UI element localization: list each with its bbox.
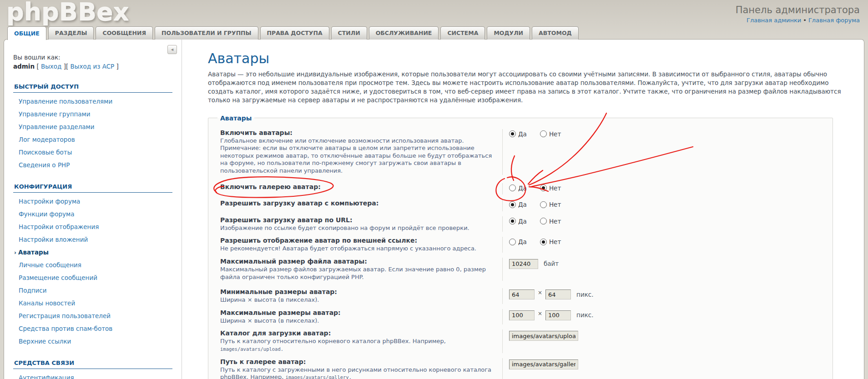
- form-row-allow-remote-link: Разрешить отображение аватар по внешней …: [220, 237, 821, 253]
- header: phpBBex Панель администратора Главная ад…: [0, 0, 868, 25]
- radio-label: Нет: [549, 218, 561, 225]
- field-label: Включить галерею аватар:: [220, 183, 494, 190]
- radio-option-yes[interactable]: Да: [509, 185, 527, 192]
- max-filesize-input[interactable]: [509, 259, 538, 269]
- admin-panel-title: Панель администратора: [736, 5, 860, 15]
- bracket: [: [36, 63, 41, 70]
- sidebar-item-manage-groups[interactable]: Управление группами: [13, 107, 172, 120]
- radio-option-no[interactable]: Нет: [540, 130, 561, 138]
- radio-option-yes[interactable]: Да: [509, 130, 527, 138]
- radio-option-yes[interactable]: Да: [509, 201, 527, 208]
- radio-label: Нет: [549, 185, 561, 192]
- radio-yes[interactable]: [509, 239, 516, 245]
- logged-in-as-label: Вы вошли как:: [13, 54, 61, 61]
- upload-path-input[interactable]: [509, 331, 578, 341]
- radio-yes[interactable]: [509, 218, 516, 224]
- admin-index-link[interactable]: Главная админки: [747, 17, 801, 24]
- min-height-input[interactable]: [545, 289, 571, 299]
- field-description: Изображение по ссылке будет скопировано …: [220, 224, 494, 232]
- field-label: Разрешить загрузку аватар по URL:: [220, 216, 494, 224]
- logout-acp-link[interactable]: Выход из ACP: [71, 63, 115, 70]
- field-description: Ширина × высота (в пикселах).: [220, 317, 494, 325]
- field-label: Минимальные размеры аватар:: [220, 288, 494, 295]
- max-height-input[interactable]: [545, 310, 571, 320]
- field-label: Разрешить отображение аватар по внешней …: [220, 237, 494, 244]
- form-row-max-dimensions: Максимальные размеры аватар: Ширина × вы…: [220, 309, 821, 325]
- form-row-gallery-path: Путь к галерее аватар: Путь к каталогу с…: [220, 358, 821, 379]
- radio-label: Да: [518, 238, 527, 245]
- tab-permissions[interactable]: ПРАВА ДОСТУПА: [260, 26, 329, 40]
- sidebar-item-post-settings[interactable]: Размещение сообщений: [13, 271, 172, 284]
- tab-automod[interactable]: АВТОМОД: [532, 26, 579, 40]
- fieldset-legend: Аватары: [217, 115, 254, 122]
- sidebar-item-php-info[interactable]: Сведения о PHP: [13, 158, 172, 171]
- logout-link[interactable]: Выход: [41, 63, 62, 70]
- form-row-min-dimensions: Минимальные размеры аватар: Ширина × выс…: [220, 288, 821, 304]
- sidebar-item-user-registration[interactable]: Регистрация пользователей: [13, 309, 172, 322]
- radio-no[interactable]: [540, 201, 547, 208]
- radio-yes[interactable]: [509, 201, 516, 208]
- radio-label: Да: [518, 201, 527, 208]
- radio-yes[interactable]: [509, 130, 516, 137]
- sidebar: ◄ Вы вошли как: admin [ Выход ][ Выход и…: [4, 40, 182, 379]
- tab-maintenance[interactable]: ОБСЛУЖИВАНИЕ: [369, 26, 439, 40]
- sidebar-item-manage-forums[interactable]: Управление разделами: [13, 120, 172, 133]
- radio-label: Да: [518, 130, 527, 138]
- radio-option-yes[interactable]: Да: [509, 218, 527, 225]
- radio-yes[interactable]: [509, 185, 516, 191]
- sidebar-item-board-settings[interactable]: Настройки форума: [13, 194, 172, 207]
- radio-no[interactable]: [540, 185, 547, 191]
- sidebar-item-manage-users[interactable]: Управление пользователями: [13, 95, 172, 107]
- radio-option-no[interactable]: Нет: [540, 238, 561, 245]
- sidebar-item-signatures[interactable]: Подписи: [13, 284, 172, 296]
- sidebar-item-moderator-log[interactable]: Лог модераторов: [13, 133, 172, 145]
- min-width-input[interactable]: [509, 289, 535, 299]
- radio-no[interactable]: [540, 239, 547, 245]
- forum-index-link[interactable]: Главная форума: [808, 17, 860, 24]
- radio-label: Нет: [549, 238, 561, 245]
- tab-styles[interactable]: СТИЛИ: [331, 26, 367, 40]
- section-title: СРЕДСТВА СВЯЗИ: [13, 359, 172, 369]
- max-width-input[interactable]: [509, 310, 535, 320]
- field-description: Путь к каталогу с загруженными в него ри…: [220, 366, 494, 379]
- radio-option-no[interactable]: Нет: [540, 218, 561, 225]
- collapse-sidebar-button[interactable]: ◄: [167, 45, 177, 54]
- gallery-path-input[interactable]: [509, 359, 578, 369]
- sidebar-item-antispam[interactable]: Средства против спам-ботов: [13, 322, 172, 334]
- bullet-separator: •: [803, 17, 807, 24]
- sidebar-item-authentication[interactable]: Аутентификация: [13, 371, 172, 379]
- radio-no[interactable]: [540, 218, 547, 224]
- sidebar-section-quick-access: БЫСТРЫЙ ДОСТУП Управление пользователями…: [13, 83, 172, 171]
- dimension-separator: ×: [538, 310, 542, 317]
- tab-forums[interactable]: РАЗДЕЛЫ: [48, 26, 94, 40]
- sidebar-item-view-settings[interactable]: Настройки отображения: [13, 220, 172, 233]
- content-area: Аватары Аватары — это небольшие индивиду…: [182, 40, 864, 379]
- section-title: КОНФИГУРАЦИЯ: [13, 183, 172, 193]
- phpbbex-logo: phpBBex: [6, 0, 129, 26]
- form-row-enable-avatars: Включить аватары: Глобальное включение и…: [220, 129, 821, 175]
- field-description: Ширина × высота (в пикселах).: [220, 296, 494, 304]
- radio-option-no[interactable]: Нет: [540, 201, 561, 208]
- tab-users-groups[interactable]: ПОЛЬЗОВАТЕЛИ И ГРУППЫ: [155, 26, 258, 40]
- radio-option-no[interactable]: Нет: [540, 185, 561, 192]
- dimension-separator: ×: [538, 289, 542, 296]
- form-row-allow-remote-upload: Разрешить загрузку аватар по URL: Изобра…: [220, 216, 821, 232]
- tab-general[interactable]: ОБЩИЕ: [7, 26, 46, 40]
- field-label: Включить аватары:: [220, 129, 494, 136]
- main-tab-bar: ОБЩИЕРАЗДЕЛЫСООБЩЕНИЯПОЛЬЗОВАТЕЛИ И ГРУП…: [7, 26, 580, 39]
- radio-no[interactable]: [540, 130, 547, 137]
- tab-system[interactable]: СИСТЕМА: [440, 26, 485, 40]
- sidebar-item-avatars[interactable]: ›Аватары: [13, 245, 172, 258]
- form-row-allow-upload: Разрешить загрузку аватар с компьютера: …: [220, 199, 821, 211]
- tab-modules[interactable]: МОДУЛИ: [487, 26, 530, 40]
- field-label: Разрешить загрузку аватар с компьютера:: [220, 199, 494, 207]
- sidebar-item-header-links[interactable]: Верхние ссылки: [13, 334, 172, 347]
- sidebar-item-spiders[interactable]: Поисковые боты: [13, 145, 172, 158]
- sidebar-item-private-messages[interactable]: Личные сообщения: [13, 258, 172, 271]
- path-example: images/avatars/gallery.: [286, 374, 352, 379]
- sidebar-item-feeds[interactable]: Каналы новостей: [13, 296, 172, 309]
- tab-posting[interactable]: СООБЩЕНИЯ: [96, 26, 153, 40]
- radio-option-yes[interactable]: Да: [509, 238, 527, 245]
- sidebar-item-board-features[interactable]: Функции форума: [13, 207, 172, 220]
- sidebar-item-attachments[interactable]: Настройки вложений: [13, 233, 172, 245]
